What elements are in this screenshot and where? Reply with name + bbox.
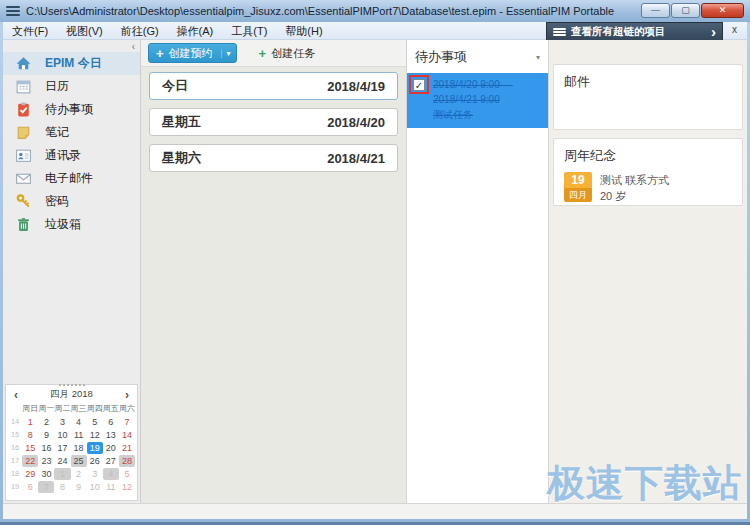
menu-item[interactable]: 帮助(H): [276, 22, 331, 40]
sidebar-item-todo[interactable]: 待办事项: [3, 98, 140, 121]
calendar-day[interactable]: 21: [119, 442, 135, 454]
calendar-day[interactable]: 12: [119, 481, 135, 493]
calendar-day[interactable]: 15: [22, 442, 38, 454]
calendar-weekday: 周六: [119, 403, 135, 414]
banner-label: 查看所有超链的项目: [571, 25, 709, 39]
calendar-day[interactable]: 30: [38, 468, 54, 480]
calendar-day[interactable]: 17: [54, 442, 70, 454]
menu-item[interactable]: 工具(T): [222, 22, 276, 40]
calendar-week-row: 141234567: [8, 415, 135, 428]
chevron-right-icon[interactable]: ›: [709, 23, 718, 40]
calendar-day[interactable]: 29: [22, 468, 38, 480]
calendar-day[interactable]: 25: [71, 455, 87, 467]
calendar-week-row: 15891011121314: [8, 428, 135, 441]
calendar-day[interactable]: 3: [87, 468, 103, 480]
sidebar-item-notes[interactable]: 笔记: [3, 121, 140, 144]
menu-item[interactable]: 前往(G): [112, 22, 168, 40]
calendar-day[interactable]: 26: [87, 455, 103, 467]
calendar-day[interactable]: 6: [103, 416, 119, 428]
day-card-date: 2018/4/20: [327, 115, 385, 130]
sidebar-collapse-button[interactable]: ‹: [132, 41, 135, 52]
calendar-day[interactable]: 8: [22, 429, 38, 441]
anniversary-card-title: 周年纪念: [564, 147, 732, 165]
calendar-day[interactable]: 16: [38, 442, 54, 454]
calendar-day[interactable]: 7: [38, 481, 54, 493]
menu-item[interactable]: 视图(V): [57, 22, 112, 40]
calendar-day[interactable]: 1: [22, 416, 38, 428]
calendar-day[interactable]: 11: [71, 429, 87, 441]
calendar-day[interactable]: 9: [38, 429, 54, 441]
sidebar-item-mail[interactable]: 电子邮件: [3, 167, 140, 190]
sidebar-item-key[interactable]: 密码: [3, 190, 140, 213]
calendar-week-row: 1722232425262728: [8, 454, 135, 467]
day-card-date: 2018/4/19: [327, 79, 385, 94]
new-appointment-button[interactable]: + 创建预约 ▾: [148, 43, 237, 63]
calendar-week-row: 1615161718192021: [8, 441, 135, 454]
calendar-day[interactable]: 2: [71, 468, 87, 480]
todo-item[interactable]: ✓2018/4/20 9:00 —2018/4/21 9:00测试任务: [407, 73, 548, 128]
calendar-day[interactable]: 11: [103, 481, 119, 493]
calendar-day[interactable]: 2: [38, 416, 54, 428]
sidebar-item-trash[interactable]: 垃圾箱: [3, 213, 140, 236]
calendar-day[interactable]: 9: [71, 481, 87, 493]
sidebar: ‹ EPIM 今日日历待办事项笔记通讯录电子邮件密码垃圾箱 ‹ 四月 2018 …: [3, 40, 141, 503]
contacts-icon: [15, 147, 32, 164]
day-card-list: 今日2018/4/19星期五2018/4/20星期六2018/4/21: [149, 72, 398, 180]
calendar-day[interactable]: 10: [87, 481, 103, 493]
calendar-day[interactable]: 6: [22, 481, 38, 493]
sidebar-item-calendar[interactable]: 日历: [3, 75, 140, 98]
new-task-button[interactable]: + 创建任务: [251, 43, 324, 63]
sidebar-item-contacts[interactable]: 通讯录: [3, 144, 140, 167]
badge-month: 四月: [564, 188, 592, 202]
calendar-day[interactable]: 24: [54, 455, 70, 467]
menu-item[interactable]: 文件(F): [3, 22, 57, 40]
calendar-weekday: 周三: [71, 403, 87, 414]
calendar-day[interactable]: 19: [87, 442, 103, 454]
chevron-down-icon[interactable]: ▾: [536, 53, 540, 62]
new-appointment-dropdown[interactable]: ▾: [221, 49, 236, 58]
calendar-next-button[interactable]: ›: [125, 388, 129, 402]
mail-card[interactable]: 邮件: [553, 64, 743, 130]
banner-close-button[interactable]: x: [728, 24, 741, 37]
todo-checkbox[interactable]: ✓: [413, 79, 425, 91]
anniversary-entry[interactable]: 19 四月 测试 联系方式 20 岁: [564, 172, 732, 204]
calendar-day[interactable]: 18: [71, 442, 87, 454]
calendar-day[interactable]: 23: [38, 455, 54, 467]
todo-item-text: 测试任务: [433, 107, 544, 122]
calendar-day[interactable]: 27: [103, 455, 119, 467]
new-appointment-main[interactable]: + 创建预约: [149, 46, 221, 61]
calendar-day[interactable]: 22: [22, 455, 38, 467]
calendar-icon: [15, 78, 32, 95]
calendar-day[interactable]: 14: [119, 429, 135, 441]
anniversary-card[interactable]: 周年纪念 19 四月 测试 联系方式 20 岁: [553, 138, 743, 206]
calendar-day[interactable]: 28: [119, 455, 135, 467]
calendar-day[interactable]: 20: [103, 442, 119, 454]
splitter-handle[interactable]: [59, 384, 85, 386]
calendar-day[interactable]: 3: [54, 416, 70, 428]
calendar-day[interactable]: 4: [103, 468, 119, 480]
calendar-month: 四月: [50, 388, 69, 399]
sidebar-item-home[interactable]: EPIM 今日: [3, 52, 140, 75]
todo-header[interactable]: 待办事项 ▾: [407, 40, 548, 70]
hyperlink-banner[interactable]: 查看所有超链的项目 ›: [546, 22, 723, 41]
new-task-label: 创建任务: [271, 46, 315, 61]
close-button[interactable]: ✕: [701, 3, 744, 18]
day-card[interactable]: 星期六2018/4/21: [149, 144, 398, 172]
minimize-button[interactable]: —: [641, 3, 670, 18]
calendar-day[interactable]: 7: [119, 416, 135, 428]
calendar-day[interactable]: 5: [87, 416, 103, 428]
todo-item-text: 2018/4/20 9:00 —: [433, 77, 544, 92]
menu-item[interactable]: 操作(A): [168, 22, 223, 40]
calendar-day[interactable]: 12: [87, 429, 103, 441]
calendar-day[interactable]: 8: [54, 481, 70, 493]
new-appointment-label: 创建预约: [169, 46, 213, 61]
calendar-day[interactable]: 1: [54, 468, 70, 480]
calendar-day[interactable]: 13: [103, 429, 119, 441]
day-card[interactable]: 今日2018/4/19: [149, 72, 398, 100]
calendar-day[interactable]: 10: [54, 429, 70, 441]
calendar-day[interactable]: 5: [119, 468, 135, 480]
day-card[interactable]: 星期五2018/4/20: [149, 108, 398, 136]
calendar-weekday-row: 周日周一周二周三周四周五周六: [8, 402, 135, 415]
maximize-button[interactable]: ▢: [671, 3, 700, 18]
calendar-day[interactable]: 4: [71, 416, 87, 428]
